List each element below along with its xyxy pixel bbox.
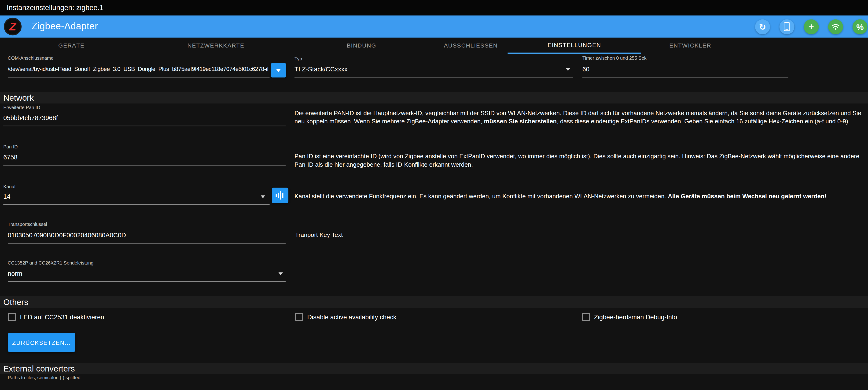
disable-availability-checkbox[interactable] bbox=[295, 313, 303, 321]
chevron-down-icon bbox=[276, 69, 281, 72]
ext-pan-id-description-bold: müssen Sie sicherstellen bbox=[484, 118, 557, 124]
transport-key-input[interactable]: 01030507090B0D0F00020406080A0C0D bbox=[8, 227, 286, 244]
transport-key-label: Transportschlüssel bbox=[8, 221, 47, 227]
network-map-button[interactable] bbox=[828, 19, 843, 34]
led-cc2531-checkbox-label: LED auf CC2531 deaktivieren bbox=[20, 313, 104, 322]
tab-ausschliessen[interactable]: AUSSCHLIESSEN bbox=[434, 38, 508, 54]
reset-button[interactable]: ZURÜCKSETZEN... bbox=[8, 333, 75, 352]
chevron-down-icon bbox=[261, 196, 265, 198]
firmware-button[interactable]: % bbox=[852, 19, 868, 34]
com-port-select[interactable]: /dev/serial/by-id/usb-ITead_Sonoff_Zigbe… bbox=[8, 61, 270, 78]
external-converters-section-title: External converters bbox=[0, 363, 868, 374]
mobile-device-icon bbox=[784, 22, 790, 31]
wifi-icon bbox=[831, 22, 840, 31]
disable-availability-checkbox-label: Disable active availability check bbox=[307, 313, 396, 322]
add-icon: + bbox=[809, 22, 814, 31]
pan-id-label: Pan ID bbox=[3, 144, 18, 150]
chevron-down-icon bbox=[566, 68, 570, 71]
pan-id-description: Pan ID ist eine vereinfachte ID (wird vo… bbox=[294, 152, 865, 168]
tab-entwickler[interactable]: ENTWICKLER bbox=[641, 38, 740, 54]
tab-bindung[interactable]: BINDUNG bbox=[289, 38, 434, 54]
tx-power-value: norm bbox=[8, 270, 22, 277]
ext-pan-id-input[interactable]: 05bbb4cb7873968f bbox=[3, 110, 286, 126]
touchlink-button[interactable] bbox=[779, 19, 795, 34]
chevron-down-icon bbox=[278, 272, 283, 275]
settings-content: COM-Anschlussname /dev/serial/by-id/usb-… bbox=[0, 54, 868, 390]
window-title: Instanzeinstellungen: zigbee.1 bbox=[6, 3, 103, 11]
tab-geraete[interactable]: GERÄTE bbox=[0, 38, 143, 54]
instance-settings-window: Instanzeinstellungen: zigbee.1 Z Zigbee-… bbox=[0, 0, 868, 390]
tabbar: GERÄTE NETZWERKKARTE BINDUNG AUSSCHLIESS… bbox=[0, 38, 868, 54]
com-port-dropdown-button[interactable] bbox=[271, 63, 286, 78]
refresh-icon: ↻ bbox=[759, 23, 766, 31]
timer-label: Timer zwischen 0 und 255 Sek bbox=[582, 55, 647, 61]
refresh-button[interactable]: ↻ bbox=[755, 19, 770, 34]
tx-power-label: CC1352P and CC26X2R1 Sendeleistung bbox=[8, 260, 93, 266]
tx-power-select[interactable]: norm bbox=[8, 265, 286, 282]
page-title: Zigbee-Adapter bbox=[32, 16, 98, 38]
channel-select[interactable]: 14 bbox=[3, 188, 270, 205]
herdsman-debug-checkbox[interactable] bbox=[582, 313, 590, 321]
zigbee-logo: Z bbox=[4, 18, 22, 36]
type-select[interactable]: TI Z-Stack/CCxxxx bbox=[294, 61, 573, 78]
timer-input[interactable]: 60 bbox=[582, 61, 788, 78]
tab-einstellungen[interactable]: EINSTELLUNGEN bbox=[508, 38, 641, 54]
network-section-title: Network bbox=[0, 92, 868, 104]
appbar: Z Zigbee-Adapter ↻ + bbox=[0, 16, 868, 38]
type-value: TI Z-Stack/CCxxxx bbox=[294, 66, 348, 72]
channel-value: 14 bbox=[3, 193, 10, 200]
transport-key-description: Tranport Key Text bbox=[295, 231, 793, 239]
others-section-title: Others bbox=[0, 296, 868, 308]
pan-id-input[interactable]: 6758 bbox=[3, 149, 286, 166]
ext-pan-id-description-part2: , dass diese eindeutige ExtPanIDs verwen… bbox=[557, 118, 850, 124]
channel-description-part1: Kanal stellt die verwendete Funkfrequenz… bbox=[294, 193, 668, 199]
channel-description: Kanal stellt die verwendete Funkfrequenz… bbox=[294, 192, 865, 200]
channel-description-bold: Alle Geräte müssen beim Wechsel neu gele… bbox=[668, 193, 827, 199]
tab-netzwerkkarte[interactable]: NETZWERKKARTE bbox=[143, 38, 289, 54]
appbar-actions: ↻ + % bbox=[746, 16, 867, 38]
titlebar: Instanzeinstellungen: zigbee.1 bbox=[0, 0, 868, 16]
com-port-label: COM-Anschlussname bbox=[8, 55, 54, 61]
pairing-button[interactable]: + bbox=[804, 19, 819, 34]
ext-pan-id-label: Erweiterte Pan ID bbox=[3, 104, 40, 110]
signal-bars-icon bbox=[275, 191, 285, 200]
type-label: Typ bbox=[294, 56, 302, 62]
ext-pan-id-description: Die erweiterte PAN-ID ist die Hauptnetzw… bbox=[294, 109, 865, 125]
led-cc2531-checkbox[interactable] bbox=[8, 313, 16, 321]
channel-scan-button[interactable] bbox=[272, 188, 288, 203]
percent-icon: % bbox=[856, 23, 864, 31]
herdsman-debug-checkbox-label: Zigbee-herdsman Debug-Info bbox=[594, 313, 677, 322]
logo-letter: Z bbox=[9, 21, 16, 32]
paths-label: Paths to files, semicolon (;) splitted bbox=[8, 375, 81, 381]
